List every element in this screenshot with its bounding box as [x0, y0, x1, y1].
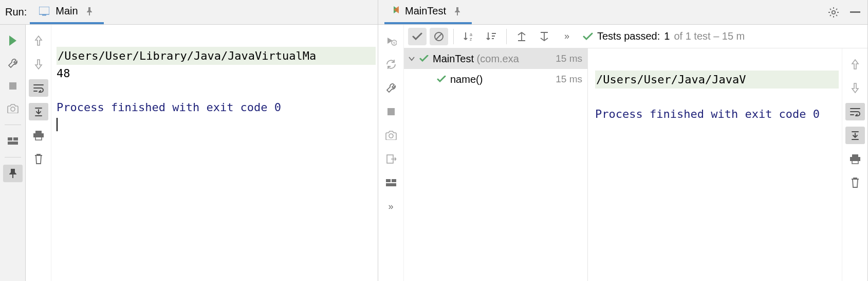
more-icon[interactable]: » [381, 198, 401, 215]
toggle-auto-test-icon[interactable] [381, 56, 401, 73]
up-arrow-icon[interactable] [845, 56, 865, 73]
minimize-icon[interactable] [848, 5, 862, 20]
tree-child-time: 15 ms [556, 74, 582, 85]
wrench-icon[interactable] [381, 79, 401, 97]
svg-text:z: z [470, 37, 472, 42]
svg-rect-24 [852, 154, 858, 157]
cursor [57, 118, 58, 131]
test-right-toolbar [842, 48, 867, 281]
up-arrow-icon[interactable] [29, 32, 48, 49]
tree-root-package: (com.exa [477, 53, 519, 64]
tab-maintest-label: MainTest [405, 5, 446, 17]
svg-point-15 [389, 134, 393, 138]
separator [5, 125, 21, 125]
scroll-to-end-icon[interactable] [29, 103, 48, 120]
status-suffix: of 1 test – 15 m [674, 30, 745, 42]
rerun-failed-icon[interactable]: 9 [381, 32, 401, 49]
chevron-down-icon[interactable] [408, 53, 415, 65]
stop-button[interactable] [3, 77, 23, 95]
test-run-icon [392, 5, 401, 17]
svg-rect-4 [8, 137, 12, 140]
run-button[interactable] [3, 32, 23, 49]
show-ignored-icon[interactable] [430, 28, 448, 45]
check-icon [419, 55, 429, 62]
svg-rect-19 [386, 183, 396, 186]
svg-rect-17 [386, 179, 391, 182]
tab-main[interactable]: Main [30, 0, 103, 24]
down-arrow-icon[interactable] [29, 56, 48, 73]
pin-icon[interactable] [450, 4, 465, 19]
run-outer-toolbar [0, 25, 26, 281]
separator [506, 29, 507, 44]
separator [5, 157, 21, 157]
svg-rect-6 [8, 142, 18, 145]
show-passed-icon[interactable] [408, 28, 427, 45]
tab-maintest[interactable]: MainTest [384, 0, 472, 24]
console-exit-message: Process finished with exit code 0 [595, 106, 839, 122]
tree-child-row[interactable]: name() 15 ms [404, 69, 587, 90]
test-tabbar: MainTest [378, 0, 867, 25]
pin-tab-button[interactable] [3, 165, 23, 182]
console-command: /Users/User/Library/Java/JavaVirtualMa [57, 47, 376, 65]
gear-icon[interactable] [826, 5, 841, 20]
console-output: 48 [57, 65, 376, 82]
printer-icon[interactable] [29, 127, 48, 144]
down-arrow-icon[interactable] [845, 79, 865, 97]
test-tree[interactable]: MainTest (com.exa 15 ms name() 15 ms [404, 48, 588, 281]
console-exit-message: Process finished with exit code 0 [57, 99, 376, 116]
check-icon [437, 76, 446, 83]
svg-text:9: 9 [393, 41, 395, 45]
test-left-toolbar: 9 [378, 25, 404, 281]
expand-all-icon[interactable] [512, 28, 531, 45]
svg-rect-18 [392, 179, 396, 182]
printer-icon[interactable] [845, 150, 865, 168]
layout-icon[interactable] [381, 174, 401, 191]
run-tabbar: Run: Main [0, 0, 378, 25]
stop-button[interactable] [381, 103, 401, 120]
test-console[interactable]: /Users/User/Java/JavaV Process finished … [588, 48, 842, 281]
camera-icon[interactable] [381, 127, 401, 144]
sort-duration-icon[interactable] [482, 28, 501, 45]
svg-rect-1 [42, 14, 46, 16]
terminal-icon [37, 4, 51, 19]
exit-icon[interactable] [381, 150, 401, 168]
run-inner-toolbar [26, 25, 51, 281]
camera-icon[interactable] [3, 100, 23, 117]
tree-root-row[interactable]: MainTest (com.exa 15 ms [404, 48, 587, 69]
wrench-icon[interactable] [3, 55, 23, 72]
status-prefix: Tests passed: [597, 30, 660, 42]
svg-point-3 [11, 107, 15, 111]
check-icon [583, 32, 593, 41]
svg-point-10 [832, 10, 835, 13]
test-status: Tests passed: 1 of 1 test – 15 m [583, 30, 745, 42]
status-passed-count: 1 [664, 30, 670, 42]
test-panel: MainTest 9 [378, 0, 868, 281]
soft-wrap-icon[interactable] [845, 103, 865, 120]
scroll-to-end-icon[interactable] [845, 127, 865, 144]
svg-rect-7 [35, 131, 42, 133]
tab-main-label: Main [56, 5, 78, 17]
svg-rect-14 [387, 108, 395, 115]
layout-icon[interactable] [3, 132, 23, 150]
svg-rect-0 [39, 7, 49, 14]
trash-icon[interactable] [29, 150, 48, 168]
collapse-all-icon[interactable] [534, 28, 554, 45]
pin-icon[interactable] [82, 4, 97, 19]
tree-root-name: MainTest [433, 53, 474, 64]
run-panel: Run: Main [0, 0, 378, 281]
svg-rect-11 [850, 11, 860, 13]
trash-icon[interactable] [845, 174, 865, 191]
more-icon[interactable]: » [557, 28, 577, 45]
console-command: /Users/User/Java/JavaV [595, 71, 839, 89]
soft-wrap-icon[interactable] [29, 79, 48, 97]
tree-root-time: 15 ms [556, 53, 582, 64]
separator [453, 29, 454, 44]
sort-alpha-icon[interactable]: az [459, 28, 478, 45]
svg-line-21 [436, 33, 442, 40]
svg-rect-5 [13, 137, 18, 140]
run-console[interactable]: /Users/User/Library/Java/JavaVirtualMa48… [51, 25, 378, 281]
svg-rect-2 [9, 82, 16, 90]
test-result-toolbar: az » [404, 25, 867, 48]
tree-child-name: name() [450, 74, 551, 85]
run-label: Run: [3, 6, 30, 18]
